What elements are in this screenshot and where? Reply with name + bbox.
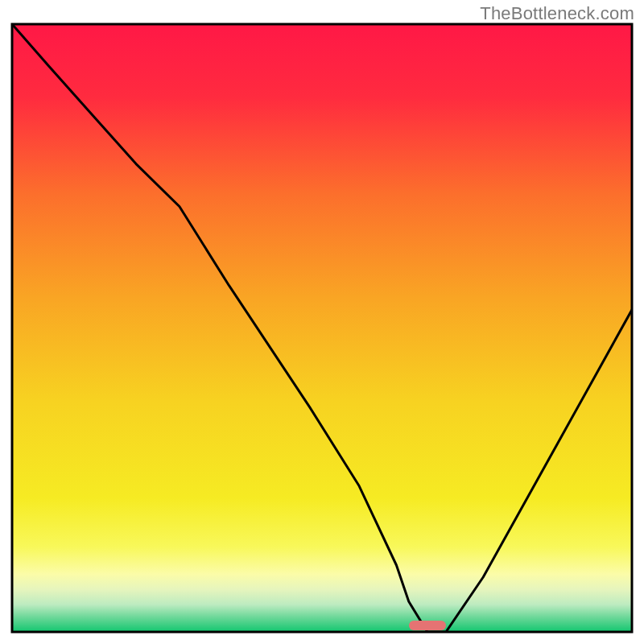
chart-frame: TheBottleneck.com xyxy=(0,0,644,644)
svg-rect-0 xyxy=(12,24,632,632)
optimum-marker xyxy=(409,621,446,630)
plot-area xyxy=(12,24,632,632)
watermark-text: TheBottleneck.com xyxy=(480,3,634,24)
background-gradient xyxy=(12,24,632,632)
